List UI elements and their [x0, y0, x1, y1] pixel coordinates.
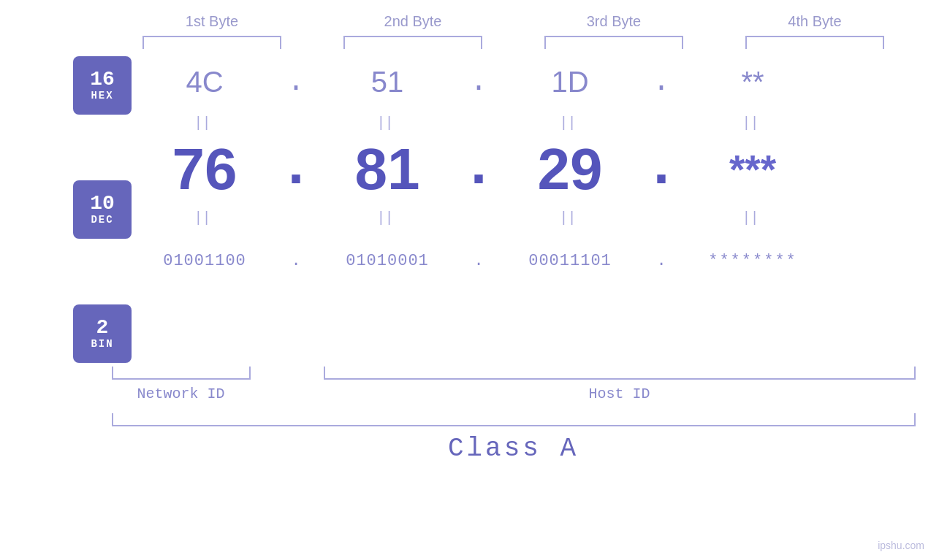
dec-badge: 10 DEC [73, 180, 132, 239]
bracket-top-1 [142, 36, 281, 49]
main-rows: 16 HEX 10 DEC 2 BIN 4C . [0, 49, 939, 363]
eq-row-1: || || || || [132, 111, 939, 133]
network-id-label: Network ID [112, 386, 251, 402]
eq2-1: || [132, 209, 278, 226]
bin-byte1-cell: 01001100 [132, 252, 278, 270]
dec-byte4: *** [729, 146, 776, 193]
dec-byte1-cell: 76 [132, 140, 278, 199]
dec-dot1: . [278, 134, 314, 204]
network-bracket [112, 367, 251, 380]
dec-byte3: 29 [538, 140, 603, 199]
bracket-top-2 [343, 36, 482, 49]
dec-byte1: 76 [172, 140, 237, 199]
host-id-label: Host ID [324, 386, 916, 402]
host-bracket [324, 367, 916, 380]
bracket-top-4 [745, 36, 884, 49]
bin-byte3-cell: 00011101 [497, 252, 643, 270]
hex-byte1-cell: 4C [132, 66, 278, 99]
bracket-labels [112, 367, 916, 380]
bin-dot2: . [460, 252, 497, 270]
byte-headers: 1st Byte 2nd Byte 3rd Byte 4th Byte [112, 13, 916, 30]
dec-byte3-cell: 29 [497, 140, 643, 199]
bin-byte3: 00011101 [528, 252, 612, 270]
dec-byte2: 81 [355, 140, 420, 199]
class-label: Class A [448, 434, 579, 464]
hex-byte4-cell: ** [680, 66, 826, 99]
byte4-header: 4th Byte [742, 13, 888, 30]
labels-column: 16 HEX 10 DEC 2 BIN [73, 56, 132, 363]
bracket-id-row: Network ID Host ID [112, 386, 916, 402]
bin-dot1: . [278, 252, 314, 270]
values-area: 4C . 51 . 1D . ** [132, 49, 939, 363]
dec-label: DEC [91, 214, 113, 226]
bin-row: 01001100 . 01010001 . 00011101 . [132, 228, 939, 294]
byte1-header: 1st Byte [139, 13, 285, 30]
dec-byte4-cell: *** [680, 146, 826, 193]
eq1-2: || [314, 114, 460, 131]
top-brackets [112, 36, 916, 49]
hex-badge: 16 HEX [73, 56, 132, 115]
hex-byte4: ** [741, 66, 764, 99]
bin-byte2-cell: 01010001 [314, 252, 460, 270]
class-section: Class A [112, 413, 916, 464]
hex-dot3: . [643, 66, 680, 99]
class-label-row: Class A [112, 434, 916, 464]
eq2-4: || [680, 209, 826, 226]
bin-dot3: . [643, 252, 680, 270]
hex-label: HEX [91, 90, 113, 101]
hex-number: 16 [90, 69, 115, 90]
hex-byte2-cell: 51 [314, 66, 460, 99]
bracket-top-3 [544, 36, 683, 49]
hex-byte2: 51 [371, 66, 404, 99]
dec-byte2-cell: 81 [314, 140, 460, 199]
hex-dot2: . [460, 66, 497, 99]
bottom-section: Network ID Host ID Class A [112, 367, 916, 464]
eq1-3: || [497, 114, 643, 131]
byte2-header: 2nd Byte [340, 13, 486, 30]
dec-row: 76 . 81 . 29 . *** [132, 133, 939, 206]
bin-byte1: 01001100 [163, 252, 246, 270]
dec-dot2: . [460, 134, 497, 204]
hex-byte3: 1D [551, 66, 588, 99]
page-container: 1st Byte 2nd Byte 3rd Byte 4th Byte 16 H… [0, 0, 939, 560]
dec-number: 10 [90, 193, 115, 214]
eq1-4: || [680, 114, 826, 131]
bin-byte4: ******** [708, 252, 797, 270]
bin-badge: 2 BIN [73, 304, 132, 363]
eq2-3: || [497, 209, 643, 226]
hex-byte3-cell: 1D [497, 66, 643, 99]
dec-dot3: . [643, 134, 680, 204]
eq2-2: || [314, 209, 460, 226]
eq-row-2: || || || || [132, 206, 939, 228]
hex-row: 4C . 51 . 1D . ** [132, 53, 939, 111]
hex-dot1: . [278, 66, 314, 99]
class-bracket [112, 413, 916, 426]
eq1-1: || [132, 114, 278, 131]
byte3-header: 3rd Byte [541, 13, 687, 30]
bin-label: BIN [91, 338, 113, 350]
bin-byte4-cell: ******** [680, 252, 826, 270]
bin-byte2: 01010001 [346, 252, 429, 270]
watermark: ipshu.com [878, 540, 924, 551]
bin-number: 2 [96, 318, 109, 338]
hex-byte1: 4C [186, 66, 223, 99]
